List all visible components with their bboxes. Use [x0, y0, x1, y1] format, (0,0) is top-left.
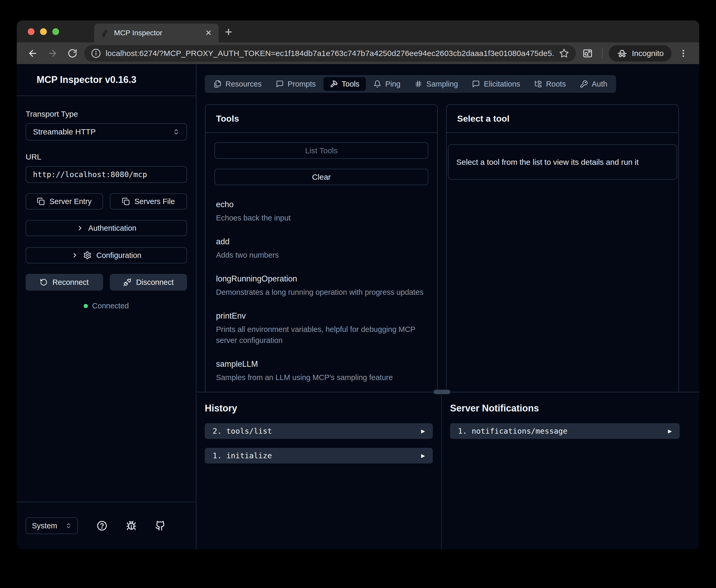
main-area: Resources Prompts Tools Ping Sampling: [197, 64, 699, 549]
chevron-right-icon: [71, 252, 79, 259]
servers-file-button[interactable]: Servers File: [110, 193, 187, 210]
help-icon[interactable]: [97, 521, 107, 531]
side-panel-icon[interactable]: [580, 45, 596, 61]
tab-resources[interactable]: Resources: [207, 77, 268, 91]
hammer-icon: [330, 80, 338, 88]
tool-details-panel: Select a tool Select a tool from the lis…: [446, 104, 679, 392]
message-square-icon: [276, 80, 284, 88]
restart-icon: [40, 278, 48, 286]
window-controls: [28, 28, 59, 35]
app-title: MCP Inspector v0.16.3: [37, 74, 136, 85]
maximize-window-button[interactable]: [52, 28, 59, 35]
tab-prompts[interactable]: Prompts: [269, 77, 322, 91]
expand-arrow-icon: ▶: [668, 427, 672, 435]
authentication-expander[interactable]: Authentication: [26, 220, 187, 236]
url-text[interactable]: localhost:6274/?MCP_PROXY_AUTH_TOKEN=ec1…: [106, 49, 555, 58]
files-icon: [214, 80, 221, 88]
transport-type-select[interactable]: Streamable HTTP: [26, 123, 187, 141]
app-content: MCP Inspector v0.16.3 Transport Type Str…: [17, 64, 699, 549]
sidebar: MCP Inspector v0.16.3 Transport Type Str…: [17, 64, 196, 549]
server-url-input[interactable]: http://localhost:8080/mcp: [26, 166, 187, 183]
reconnect-button[interactable]: Reconnect: [26, 274, 103, 291]
history-title: History: [205, 403, 433, 414]
sidebar-body: Transport Type Streamable HTTP URL http:…: [17, 96, 196, 310]
browser-toolbar: localhost:6274/?MCP_PROXY_AUTH_TOKEN=ec1…: [17, 42, 699, 64]
browser-tab[interactable]: MCP Inspector ✕: [94, 24, 219, 42]
configuration-expander[interactable]: Configuration: [26, 247, 187, 264]
chevrons-up-down-icon: [173, 128, 180, 135]
tab-elicitations[interactable]: Elicitations: [465, 77, 527, 91]
github-icon[interactable]: [155, 521, 166, 531]
unplug-icon: [123, 278, 132, 287]
tab-close-icon[interactable]: ✕: [205, 29, 212, 37]
bug-report-icon[interactable]: [126, 521, 136, 531]
bell-icon: [373, 80, 381, 88]
transport-type-label: Transport Type: [26, 110, 187, 119]
minimize-window-button[interactable]: [40, 28, 47, 35]
browser-tabstrip: MCP Inspector ✕ +: [17, 20, 699, 42]
incognito-label: Incognito: [632, 49, 664, 58]
history-item-initialize[interactable]: 1. initialize ▶: [205, 448, 433, 463]
status-text: Connected: [92, 301, 129, 310]
bookmark-star-icon[interactable]: [559, 48, 569, 58]
reload-icon[interactable]: [64, 45, 81, 61]
tool-item-samplellm[interactable]: sampleLLM Samples from an LLM using MCP'…: [216, 359, 427, 383]
tool-item-echo[interactable]: echo Echoes back the input: [216, 200, 427, 223]
clear-tools-button[interactable]: Clear: [214, 169, 428, 185]
connection-status: Connected: [26, 301, 187, 310]
tools-panel-title: Tools: [216, 113, 239, 124]
tools-panel: Tools List Tools Clear echo Echoes back …: [205, 104, 438, 392]
theme-value: System: [32, 522, 57, 530]
status-dot: [84, 304, 88, 308]
server-notifications-title: Server Notifications: [450, 403, 680, 414]
favicon-mcp-logo-icon: [101, 29, 109, 37]
gear-icon: [83, 251, 91, 259]
server-url-value: http://localhost:8080/mcp: [33, 170, 147, 179]
sidebar-footer: System: [17, 502, 196, 549]
message-square-icon: [472, 80, 480, 88]
transport-type-value: Streamable HTTP: [33, 127, 96, 136]
address-bar[interactable]: localhost:6274/?MCP_PROXY_AUTH_TOKEN=ec1…: [84, 45, 576, 62]
server-entry-button[interactable]: Server Entry: [26, 193, 103, 210]
expand-arrow-icon: ▶: [421, 427, 425, 435]
key-icon: [580, 80, 588, 88]
browser-menu-icon[interactable]: [675, 45, 691, 61]
browser-window: MCP Inspector ✕ + localhost:6274/?MCP_PR…: [17, 20, 699, 549]
tab-tools[interactable]: Tools: [324, 77, 366, 91]
tab-auth[interactable]: Auth: [573, 77, 614, 91]
close-window-button[interactable]: [28, 28, 35, 35]
folder-tree-icon: [534, 80, 542, 88]
incognito-badge: Incognito: [609, 45, 672, 61]
history-panel: History 2. tools/list ▶ 1. initialize ▶: [205, 392, 433, 549]
back-icon[interactable]: [25, 45, 41, 61]
tool-list: echo Echoes back the input add Adds two …: [214, 185, 428, 383]
tool-details-placeholder: Select a tool from the list to view its …: [448, 144, 677, 180]
new-tab-button[interactable]: +: [225, 25, 232, 39]
forward-icon[interactable]: [44, 45, 61, 61]
tool-item-add[interactable]: add Adds two numbers: [216, 237, 427, 260]
sidebar-header: MCP Inspector v0.16.3: [17, 64, 196, 96]
tools-panel-header: Tools: [205, 105, 437, 133]
tab-roots[interactable]: Roots: [528, 77, 572, 91]
theme-select[interactable]: System: [26, 517, 78, 534]
tab-title: MCP Inspector: [114, 29, 200, 37]
chevrons-up-down-icon: [65, 523, 72, 529]
hash-icon: [414, 80, 422, 88]
tab-sampling[interactable]: Sampling: [408, 77, 464, 91]
list-tools-button[interactable]: List Tools: [214, 142, 428, 159]
disconnect-button[interactable]: Disconnect: [110, 274, 187, 291]
url-label: URL: [26, 152, 187, 161]
tab-ping[interactable]: Ping: [367, 77, 407, 91]
history-item-tools-list[interactable]: 2. tools/list ▶: [205, 423, 433, 439]
toolbar-separator: [602, 48, 603, 59]
site-info-icon[interactable]: [91, 48, 101, 58]
copy-icon-label: Server Entry: [49, 197, 91, 206]
tool-item-printenv[interactable]: printEnv Prints all environment variable…: [216, 311, 427, 346]
tabs-list: Resources Prompts Tools Ping Sampling: [205, 75, 616, 93]
tool-item-longrunningoperation[interactable]: longRunningOperation Demonstrates a long…: [216, 274, 427, 298]
server-notifications-panel: Server Notifications 1. notifications/me…: [450, 392, 680, 549]
tool-details-header: Select a tool: [447, 105, 678, 133]
tool-details-title: Select a tool: [457, 113, 509, 124]
notification-item-message[interactable]: 1. notifications/message ▶: [450, 423, 680, 439]
incognito-icon: [616, 48, 628, 59]
